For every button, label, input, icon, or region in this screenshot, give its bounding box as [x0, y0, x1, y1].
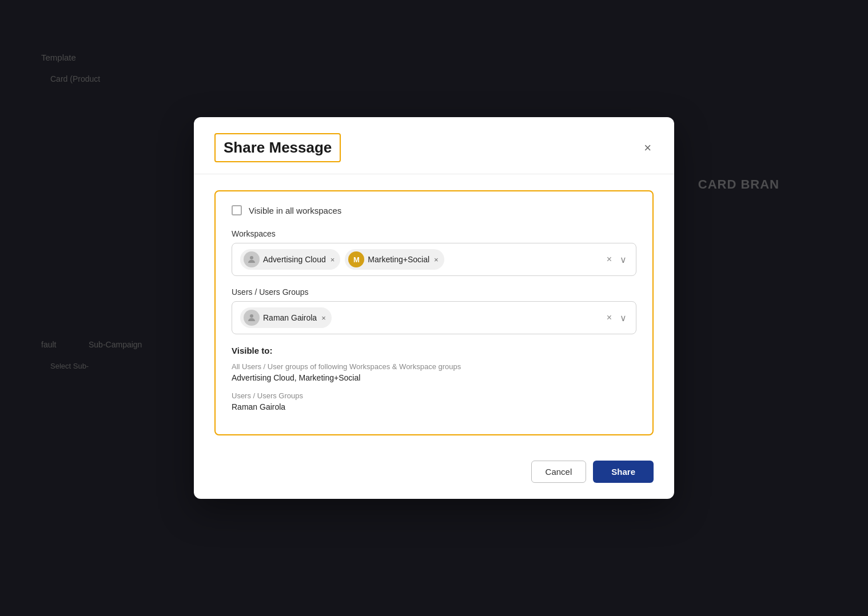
visible-to-workspaces-value: Advertising Cloud, Marketing+Social: [232, 373, 636, 382]
marketing-social-avatar: M: [348, 251, 364, 267]
visible-all-workspaces-checkbox[interactable]: [232, 205, 242, 215]
marketing-social-tag-label: Marketing+Social: [368, 255, 429, 264]
workspaces-input-controls: × ∨: [606, 253, 628, 266]
cancel-button[interactable]: Cancel: [531, 461, 587, 483]
modal-header: Share Message ×: [194, 117, 674, 174]
workspaces-clear-btn[interactable]: ×: [606, 253, 613, 266]
users-groups-section-label: Users / Users Groups: [232, 287, 636, 297]
modal-body: Visible in all workspaces Workspaces: [194, 174, 674, 449]
raman-gairola-tag: Raman Gairola ×: [240, 307, 332, 328]
modal-title-wrapper: Share Message: [214, 133, 341, 162]
share-button[interactable]: Share: [593, 461, 654, 483]
workspaces-tag-input[interactable]: Advertising Cloud × M Marketing+Social ×…: [232, 243, 636, 276]
advertising-cloud-tag-label: Advertising Cloud: [263, 255, 326, 264]
raman-gairola-remove[interactable]: ×: [321, 314, 326, 322]
close-button[interactable]: ×: [642, 139, 654, 157]
modal-title: Share Message: [224, 139, 332, 156]
svg-point-1: [250, 314, 253, 318]
share-message-modal: Share Message × Visible in all workspace…: [194, 117, 674, 499]
visible-to-users-subtitle: Users / Users Groups: [232, 391, 636, 400]
workspaces-section-label: Workspaces: [232, 229, 636, 238]
raman-gairola-avatar: [244, 310, 260, 326]
svg-point-0: [250, 256, 253, 259]
visible-to-section: Visible to: All Users / User groups of f…: [232, 346, 636, 411]
workspaces-dropdown-btn[interactable]: ∨: [619, 253, 628, 266]
marketing-social-tag: M Marketing+Social ×: [345, 249, 444, 270]
users-dropdown-btn[interactable]: ∨: [619, 311, 628, 325]
users-tag-input[interactable]: Raman Gairola × × ∨: [232, 301, 636, 334]
advertising-cloud-remove[interactable]: ×: [331, 256, 335, 263]
visible-to-title: Visible to:: [232, 346, 636, 355]
raman-gairola-tag-label: Raman Gairola: [263, 313, 317, 322]
visible-to-subtitle1: All Users / User groups of following Wor…: [232, 362, 636, 371]
visible-all-workspaces-label: Visible in all workspaces: [249, 206, 341, 215]
marketing-social-remove[interactable]: ×: [434, 256, 439, 263]
visible-to-users-value: Raman Gairola: [232, 402, 636, 411]
modal-backdrop: Share Message × Visible in all workspace…: [0, 0, 868, 616]
advertising-cloud-avatar: [244, 251, 260, 267]
users-input-controls: × ∨: [606, 311, 628, 325]
visible-all-workspaces-row: Visible in all workspaces: [232, 205, 636, 215]
modal-footer: Cancel Share: [194, 449, 674, 499]
advertising-cloud-tag: Advertising Cloud ×: [240, 249, 340, 270]
users-clear-btn[interactable]: ×: [606, 311, 613, 324]
content-box: Visible in all workspaces Workspaces: [214, 190, 654, 435]
